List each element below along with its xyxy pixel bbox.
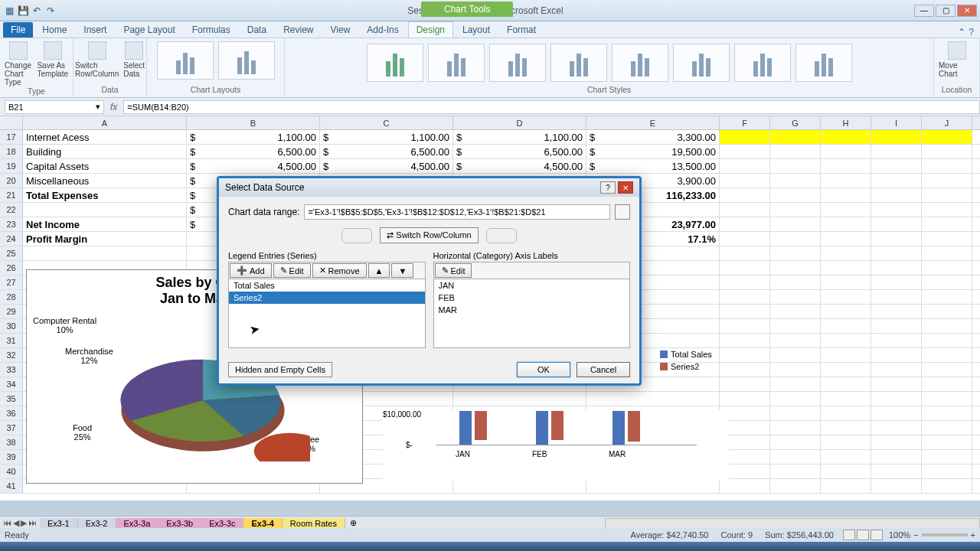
sheet-tab[interactable]: Ex3-3b <box>158 518 201 529</box>
column-header[interactable]: E <box>586 116 720 129</box>
last-sheet-icon[interactable]: ⏭ <box>28 518 37 528</box>
series-remove-button[interactable]: ✕Remove <box>312 263 367 278</box>
view-page-layout-icon[interactable] <box>857 530 869 540</box>
series-add-button[interactable]: ➕Add <box>230 263 272 278</box>
column-header[interactable]: J <box>922 116 972 129</box>
table-row[interactable]: 19Capital Assets$4,500.00$4,500.00$4,500… <box>0 159 980 174</box>
table-row[interactable]: 18Building$6,500.00$6,500.00$6,500.00$19… <box>0 145 980 159</box>
redo-icon[interactable]: ↷ <box>44 5 57 17</box>
column-header[interactable]: G <box>770 116 821 129</box>
series-edit-button[interactable]: ✎Edit <box>273 263 311 278</box>
series-move-down-button[interactable]: ▼ <box>391 263 413 278</box>
column-header[interactable]: F <box>720 116 770 129</box>
tab-data[interactable]: Data <box>240 22 274 37</box>
sheet-tab[interactable]: Room Rates <box>283 518 345 529</box>
hidden-empty-cells-button[interactable]: Hidden and Empty Cells <box>228 362 332 377</box>
list-item[interactable]: JAN <box>434 279 630 292</box>
series-list[interactable]: Total Sales Series2 <box>228 279 426 348</box>
column-header[interactable]: C <box>320 116 453 129</box>
column-header[interactable]: D <box>453 116 586 129</box>
sheet-tab[interactable]: Ex3-2 <box>78 518 116 529</box>
tab-home[interactable]: Home <box>34 22 74 37</box>
tab-insert[interactable]: Insert <box>76 22 114 37</box>
range-picker-button[interactable] <box>615 204 630 220</box>
tab-view[interactable]: View <box>323 22 358 37</box>
move-chart-button[interactable]: Move Chart <box>939 41 975 78</box>
tab-format[interactable]: Format <box>499 22 544 37</box>
fx-icon[interactable]: fx <box>110 102 117 112</box>
new-sheet-icon[interactable]: ⊕ <box>345 518 361 528</box>
chart-style-option[interactable] <box>612 44 668 82</box>
chart-layout-option[interactable] <box>157 41 214 80</box>
chart-style-option[interactable] <box>673 44 730 82</box>
column-header[interactable]: A <box>23 116 187 129</box>
zoom-level[interactable]: 100% <box>889 530 910 540</box>
column-header[interactable]: H <box>821 116 871 129</box>
y-tick: $10,000.00 <box>383 410 421 419</box>
dialog-close-button[interactable]: ✕ <box>618 181 633 194</box>
chart-style-option[interactable] <box>428 44 485 82</box>
tab-formulas[interactable]: Formulas <box>185 22 238 37</box>
switch-row-column-button[interactable]: Switch Row/Column <box>75 41 119 78</box>
next-sheet-icon[interactable]: ▶ <box>21 518 27 528</box>
tab-page-layout[interactable]: Page Layout <box>116 22 182 37</box>
tab-layout[interactable]: Layout <box>455 22 498 37</box>
table-row[interactable]: 17Internet Acess$1,100.00$1,100.00$1,100… <box>0 130 980 145</box>
formula-bar[interactable]: =SUM(B14:B20) <box>123 100 980 114</box>
first-sheet-icon[interactable]: ⏮ <box>3 518 11 528</box>
windows-taskbar[interactable] <box>0 542 980 551</box>
embedded-bar-chart[interactable]: $10,000.00 $- JAN FEB MAR <box>383 410 729 481</box>
save-icon[interactable]: 💾 <box>17 5 29 17</box>
tab-file[interactable]: File <box>3 22 33 37</box>
zoom-slider[interactable] <box>922 533 968 536</box>
pie-pct: 10% <box>57 325 74 334</box>
tab-review[interactable]: Review <box>276 22 321 37</box>
chart-data-range-input[interactable] <box>304 204 610 220</box>
minimize-button[interactable]: — <box>914 5 934 17</box>
save-as-template-button[interactable]: Save As Template <box>37 41 68 86</box>
chart-style-option[interactable] <box>489 44 546 82</box>
minimize-ribbon-icon[interactable]: ⌃ <box>958 27 965 37</box>
prev-sheet-icon[interactable]: ◀ <box>13 518 19 528</box>
tab-add-ins[interactable]: Add-Ins <box>359 22 406 37</box>
sheet-tab[interactable]: Ex3-4 <box>243 518 282 529</box>
help-icon[interactable]: ? <box>969 27 974 37</box>
chart-layout-option[interactable] <box>218 41 275 80</box>
maximize-button[interactable]: ▢ <box>936 5 956 17</box>
chevron-down-icon[interactable]: ▾ <box>96 102 100 112</box>
list-item[interactable]: MAR <box>434 304 630 316</box>
ok-button[interactable]: OK <box>517 362 570 377</box>
sheet-tab[interactable]: Ex3-1 <box>40 518 78 529</box>
change-chart-type-button[interactable]: Change Chart Type <box>5 41 32 86</box>
sheet-tab[interactable]: Ex3-3a <box>116 518 159 529</box>
chart-style-option[interactable] <box>795 44 852 82</box>
select-data-source-dialog: Select Data Source ? ✕ Chart data range:… <box>217 176 642 386</box>
column-header[interactable]: I <box>871 116 922 129</box>
switch-row-column-dialog-button[interactable]: ⇄ Switch Row/Column <box>380 227 478 243</box>
undo-icon[interactable]: ↶ <box>31 5 43 17</box>
list-item[interactable]: Series2 <box>229 292 425 304</box>
axis-list[interactable]: JAN FEB MAR <box>433 279 631 348</box>
chart-style-option[interactable] <box>550 44 607 82</box>
chart-style-option[interactable] <box>367 44 423 82</box>
sheet-tab[interactable]: Ex3-3c <box>201 518 243 529</box>
list-item[interactable]: Total Sales <box>229 279 425 292</box>
select-data-button[interactable]: Select Data <box>123 41 145 78</box>
dialog-help-button[interactable]: ? <box>600 181 616 194</box>
name-box[interactable]: B21▾ <box>5 100 104 114</box>
axis-edit-button[interactable]: ✎Edit <box>435 263 472 278</box>
horizontal-scrollbar[interactable] <box>605 518 980 529</box>
legend-item: Series2 <box>671 362 699 371</box>
zoom-out-icon[interactable]: − <box>913 530 918 540</box>
cancel-button[interactable]: Cancel <box>577 362 630 377</box>
zoom-in-icon[interactable]: + <box>971 530 975 540</box>
tab-design[interactable]: Design <box>408 21 453 37</box>
close-button[interactable]: ✕ <box>957 5 977 17</box>
list-item[interactable]: FEB <box>434 292 630 304</box>
chart-style-option[interactable] <box>734 44 791 82</box>
view-normal-icon[interactable] <box>843 530 855 540</box>
column-header[interactable]: B <box>187 116 320 129</box>
pie-pct: 25% <box>74 432 91 442</box>
series-move-up-button[interactable]: ▲ <box>368 263 390 278</box>
view-page-break-icon[interactable] <box>871 530 883 540</box>
